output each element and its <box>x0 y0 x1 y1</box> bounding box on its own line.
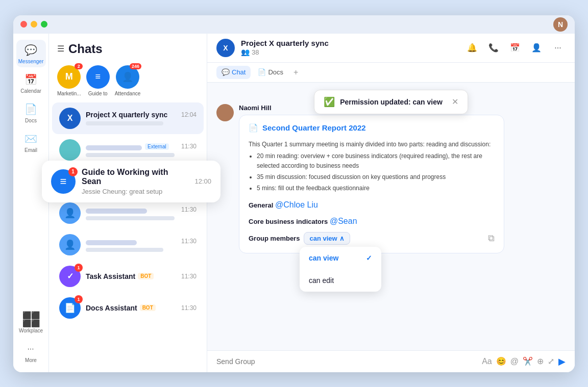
input-actions: Aa 😊 @ ✂️ ⊕ ⤢ ▶ <box>482 356 566 367</box>
bubble-avatar-guide: ≡ <box>86 65 110 89</box>
sidebar-item-email[interactable]: ✉️ Email <box>16 128 46 156</box>
sidebar-item-calendar[interactable]: 📅 Calendar <box>16 69 46 97</box>
fullscreen-button[interactable] <box>41 21 47 28</box>
check-mark-icon: ✓ <box>366 254 372 262</box>
notification-button[interactable]: 🔔 <box>464 40 480 56</box>
chat-item-5[interactable]: 👤 11:30 <box>52 229 204 261</box>
scissors-button[interactable]: ✂️ <box>523 356 533 366</box>
text-format-button[interactable]: Aa <box>482 357 492 366</box>
sidebar-item-label: Email <box>24 147 37 153</box>
group-bubble-attendance[interactable]: 👤 246 Attendance <box>115 65 141 96</box>
send-button[interactable]: ▶ <box>558 356 566 367</box>
chat-avatar: 👤 <box>59 234 81 255</box>
doc-section-core: Core business indicators @Sean <box>249 217 495 226</box>
message-input[interactable] <box>216 357 477 366</box>
attach-button[interactable]: ⊕ <box>537 356 544 366</box>
permission-dropdown-button[interactable]: can view ∧ <box>304 232 350 245</box>
mention-button[interactable]: @ <box>510 357 519 366</box>
chat-tab-icon: 💬 <box>222 68 230 76</box>
chat-time: 11:30 <box>181 238 197 245</box>
chat-preview-bar <box>86 216 175 220</box>
chat-info: External 11:30 <box>86 143 197 157</box>
permission-toast: ✅ Permission updated: can view ✕ <box>314 90 468 114</box>
sidebar-item-workplace[interactable]: ⬛⬛⬛⬛ Workplace <box>16 309 46 337</box>
tab-chat[interactable]: 💬 Chat <box>216 66 251 79</box>
toast-success-icon: ✅ <box>324 96 335 108</box>
sidebar-item-label: More <box>25 357 37 363</box>
docs-tab-label: Docs <box>268 68 283 76</box>
chat-time: 11:30 <box>181 206 197 213</box>
sidebar-item-more[interactable]: ··· More <box>16 339 46 366</box>
chat-header-info: Project X quarterly sync 👥 38 <box>241 39 458 57</box>
menu-icon: ☰ <box>57 44 64 54</box>
bubble-label: Guide to <box>88 91 108 96</box>
bubble-avatar-marketing: M 2 <box>57 65 81 89</box>
chat-info: Docs Assistant BOT 11:30 <box>86 304 197 312</box>
calendar-icon: 📅 <box>24 72 38 87</box>
chat-item-docs-assistant[interactable]: 📄 1 Docs Assistant BOT 11:30 <box>52 292 204 324</box>
chat-name-bar <box>86 209 147 214</box>
members-count: 👥 38 <box>241 48 259 56</box>
doc-title: Second Quarter Report 2022 <box>262 123 366 132</box>
popup-preview: Jessie Cheung: great setup <box>82 188 188 195</box>
chat-item-task-assistant[interactable]: ✓ 1 Task Assistant BOT 11:30 <box>52 261 204 292</box>
chat-tabs: 💬 Chat 📄 Docs + <box>207 63 575 83</box>
chat-avatar: 👤 <box>59 202 81 224</box>
message-avatar <box>216 104 234 121</box>
external-badge: External <box>145 143 169 150</box>
sidebar-item-messenger[interactable]: 💬 Messenger <box>16 40 46 67</box>
chevron-up-icon: ∧ <box>339 235 345 242</box>
popup-name: Guide to Working with Sean <box>82 168 188 186</box>
chat-popup: ≡ 1 Guide to Working with Sean Jessie Ch… <box>42 161 220 202</box>
expand-button[interactable]: ⤢ <box>548 356 554 366</box>
workplace-icon: ⬛⬛⬛⬛ <box>24 312 38 326</box>
group-bubble-marketing[interactable]: M 2 Marketin... <box>57 65 81 96</box>
doc-icon: 📄 <box>249 123 258 133</box>
group-bubble-guide[interactable]: ≡ Guide to <box>86 65 110 96</box>
chat-info: 11:30 <box>86 238 197 252</box>
add-tab-button[interactable]: + <box>290 66 301 79</box>
more-options-button[interactable]: ··· <box>550 40 566 56</box>
emoji-button[interactable]: 😊 <box>496 356 506 366</box>
dropdown-option-can-edit[interactable]: can edit <box>300 269 381 292</box>
chat-name: Project X quarterly sync <box>86 111 167 119</box>
more-icon: ··· <box>24 342 38 356</box>
sidebar-item-label: Workplace <box>19 328 43 333</box>
popup-unread-badge: 1 <box>68 167 78 176</box>
titlebar: N <box>13 15 575 34</box>
sidebar-item-label: Docs <box>25 118 37 123</box>
messenger-icon: 💬 <box>24 43 38 57</box>
avatar[interactable]: N <box>553 17 568 32</box>
tab-docs[interactable]: 📄 Docs <box>253 66 288 79</box>
unread-badge: 1 <box>75 264 83 272</box>
minimize-button[interactable] <box>31 21 37 28</box>
doc-bullet-1: 20 min reading: overview + core business… <box>257 151 495 171</box>
chat-item-guide-sean[interactable]: ≡ 1 Guide to Working with Sean Jessie Ch… <box>52 166 204 197</box>
input-bar: Aa 😊 @ ✂️ ⊕ ⤢ ▶ <box>207 350 575 372</box>
close-button[interactable] <box>20 21 27 28</box>
copy-button[interactable]: ⧉ <box>488 233 495 244</box>
chat-tab-label: Chat <box>232 68 246 76</box>
message-row: Naomi Hill 📄 Second Quarter Report 2022 … <box>216 104 566 254</box>
toast-close-button[interactable]: ✕ <box>452 97 458 107</box>
bubble-badge: 246 <box>130 63 141 69</box>
members-number: 38 <box>252 48 259 56</box>
doc-mention-chloe: @Chloe Liu <box>275 200 318 209</box>
dropdown-option-can-view[interactable]: can view ✓ <box>300 247 381 269</box>
members-button[interactable]: 👤 <box>529 40 544 56</box>
chat-info: Project X quarterly sync 12:04 <box>86 111 197 125</box>
chat-header: X Project X quarterly sync 👥 38 🔔 📞 📅 👤 … <box>207 34 575 63</box>
calendar-button[interactable]: 📅 <box>507 40 523 56</box>
chat-item-project-x[interactable]: X Project X quarterly sync 12:04 <box>52 102 204 134</box>
sidebar-item-docs[interactable]: 📄 Docs <box>16 99 46 126</box>
bot-badge: BOT <box>138 273 154 279</box>
chat-list-panel: ☰ Chats M 2 Marketin... ≡ Guide to <box>49 34 207 372</box>
popup-avatar: ≡ 1 <box>51 169 76 194</box>
call-button[interactable]: 📞 <box>486 40 501 56</box>
app-body: 💬 Messenger 📅 Calendar 📄 Docs ✉️ Email ⬛… <box>13 34 575 372</box>
permission-dropdown: can view ✓ can edit <box>300 247 381 292</box>
chat-preview-bar <box>86 153 175 157</box>
chat-header-avatar: X <box>216 39 235 57</box>
dropdown-option-label: can edit <box>309 276 334 285</box>
unread-badge: 1 <box>75 295 83 303</box>
